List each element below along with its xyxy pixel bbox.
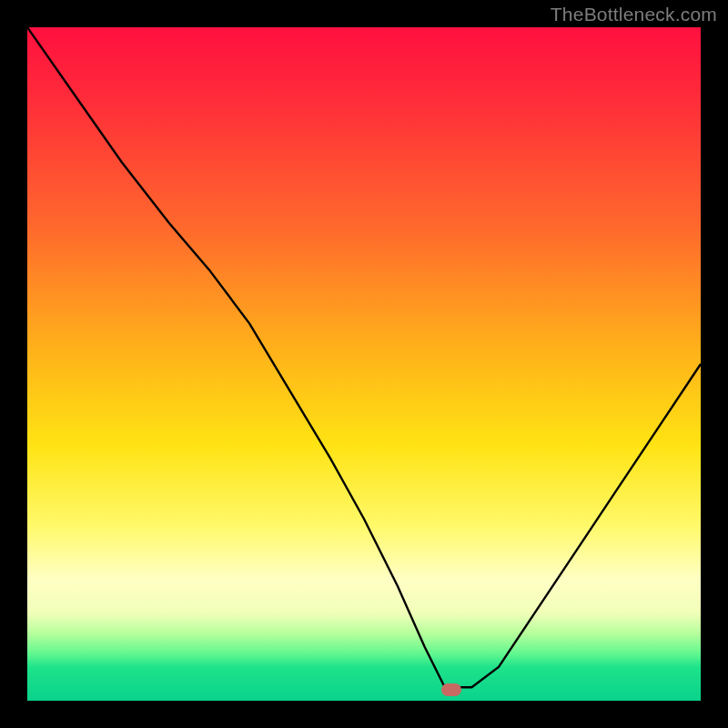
optimal-marker — [441, 683, 461, 696]
plot-area — [27, 27, 701, 701]
bottleneck-curve — [27, 27, 701, 687]
watermark-text: TheBottleneck.com — [551, 4, 717, 25]
curve-layer — [27, 27, 701, 701]
chart-frame: TheBottleneck.com — [0, 0, 728, 728]
